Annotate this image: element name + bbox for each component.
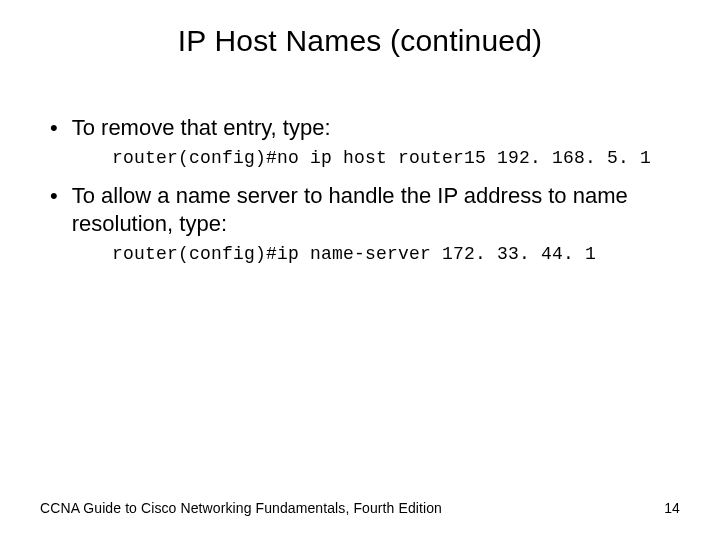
bullet-row: • To allow a name server to handle the I… [50, 182, 680, 238]
bullet-text: To allow a name server to handle the IP … [72, 182, 680, 238]
bullet-dot-icon: • [50, 182, 58, 210]
bullet-dot-icon: • [50, 114, 58, 142]
code-snippet: router(config)#no ip host router15 192. … [112, 148, 680, 168]
slide-content: • To remove that entry, type: router(con… [40, 114, 680, 264]
slide: IP Host Names (continued) • To remove th… [0, 0, 720, 540]
bullet-list: • To remove that entry, type: router(con… [50, 114, 680, 264]
footer-source: CCNA Guide to Cisco Networking Fundament… [40, 500, 442, 516]
bullet-row: • To remove that entry, type: [50, 114, 680, 142]
page-number: 14 [664, 500, 680, 516]
list-item: • To remove that entry, type: router(con… [50, 114, 680, 168]
list-item: • To allow a name server to handle the I… [50, 182, 680, 264]
bullet-text: To remove that entry, type: [72, 114, 331, 142]
code-snippet: router(config)#ip name-server 172. 33. 4… [112, 244, 680, 264]
slide-title: IP Host Names (continued) [40, 24, 680, 58]
slide-footer: CCNA Guide to Cisco Networking Fundament… [40, 500, 680, 516]
